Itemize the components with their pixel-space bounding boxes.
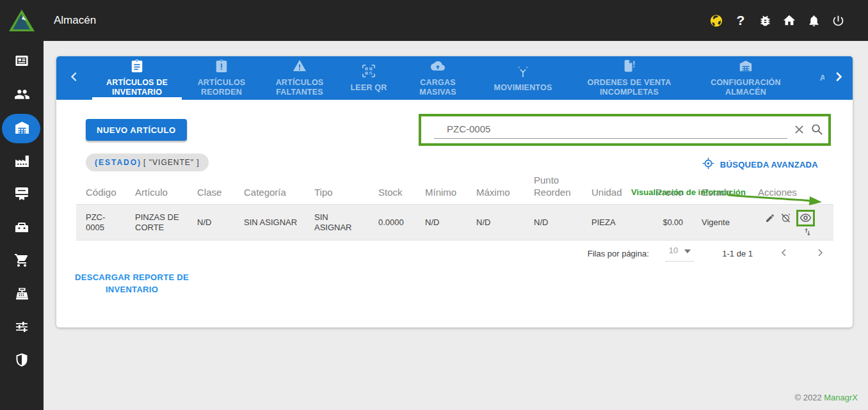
rows-per-page-label: Filas por página: (588, 249, 649, 258)
sidebar-item-services[interactable] (0, 212, 44, 245)
alarm-off-icon[interactable] (780, 212, 791, 223)
sidebar-item-sales[interactable] (0, 245, 44, 278)
app-logo-icon (8, 9, 35, 35)
search-input[interactable] (446, 123, 714, 135)
page-size-value: 10 (669, 246, 678, 255)
cell-estado: Vigente (692, 212, 748, 233)
clipboard-icon (130, 59, 144, 75)
tab-articulos-de-inventario[interactable]: ARTÍCULOS DE INVENTARIO (92, 56, 182, 100)
page-size-select[interactable]: 10 (666, 246, 694, 262)
top-app-bar: Almacén ? (0, 0, 868, 41)
home-icon[interactable] (782, 13, 796, 28)
chevron-left-icon (780, 248, 789, 259)
news-icon (14, 53, 29, 71)
chevron-right-icon (833, 72, 844, 84)
tab-leer-qr[interactable]: LEER QR (338, 56, 399, 100)
tab-label: ARTÍCULOS REORDEN (186, 78, 257, 97)
users-icon (14, 86, 30, 105)
sidebar-item-users[interactable] (0, 79, 44, 112)
factory-icon (14, 153, 30, 171)
swap-vert-icon[interactable] (781, 227, 833, 237)
cell-maximo: N/D (467, 212, 524, 233)
filter-chip-estado[interactable]: (ESTADO) [ "VIGENTE" ] (86, 154, 209, 171)
cell-codigo: PZC-0005 (76, 207, 125, 238)
chip-field-label: (ESTADO) (95, 158, 141, 167)
cell-minimo: N/D (415, 212, 467, 233)
tune-icon (14, 319, 29, 337)
cell-stock: 0.0000 (369, 212, 415, 233)
tab-movimientos[interactable]: MOVIMIENTOS (476, 56, 570, 100)
eye-annotation-box (796, 210, 815, 226)
chevron-right-icon (816, 248, 824, 259)
power-icon[interactable] (831, 13, 845, 28)
edit-icon[interactable] (765, 213, 775, 223)
register-icon (14, 286, 30, 304)
tab-label: ARTÍCULOS FALTANTES (265, 78, 334, 97)
inventory-table: Código Artículo Clase Categoría Tipo Sto… (76, 174, 833, 240)
cell-articulo: PINZAS DE CORTE (125, 207, 188, 238)
search-icon[interactable] (810, 123, 824, 139)
sidebar-item-pos[interactable] (0, 278, 44, 311)
tab-cargas-masivas[interactable]: CARGAS MASIVAS (399, 56, 476, 100)
tab-label: LEER QR (351, 83, 387, 93)
col-header-clase: Clase (188, 186, 234, 198)
download-inventory-report-link[interactable]: DESCARGAR REPORTE DE INVENTARIO (74, 271, 189, 296)
inventory-card: ARTÍCULOS DE INVENTARIO ARTÍCULOS REORDE… (56, 56, 853, 327)
warehouse-icon (14, 120, 30, 138)
tab-articulos-faltantes[interactable]: ARTÍCULOS FALTANTES (261, 56, 338, 100)
cell-clase: N/D (188, 212, 234, 233)
chevron-down-icon (684, 246, 691, 255)
col-header-articulo: Artículo (125, 186, 188, 198)
sidebar-item-certificates[interactable] (0, 178, 44, 212)
copyright-text: © 2022 (795, 393, 822, 402)
bug-icon[interactable] (758, 13, 772, 28)
page-title: Almacén (54, 0, 96, 41)
col-header-stock: Stock (369, 186, 415, 198)
advanced-search-link[interactable]: BÚSQUEDA AVANZADA (702, 157, 818, 171)
cell-tipo: SIN ASIGNAR (305, 207, 369, 238)
eye-icon[interactable] (800, 212, 812, 224)
toolbox-icon (14, 219, 29, 237)
cart-icon (14, 253, 29, 271)
bell-icon[interactable] (807, 13, 821, 28)
tab-configuracion-almacen[interactable]: CONFIGURACIÓN ALMACÉN (689, 56, 803, 100)
qr-scan-icon (362, 64, 376, 81)
tab-ordenes-venta-incompletas[interactable]: ORDENES DE VENTA INCOMPLETAS (570, 56, 689, 100)
document-alert-icon (622, 59, 636, 75)
search-field (421, 116, 828, 143)
cell-punto-reorden: N/D (524, 212, 582, 233)
col-header-maximo: Máximo (467, 186, 524, 198)
chevron-left-icon (69, 72, 79, 84)
col-header-categoria: Categoría (234, 186, 305, 198)
col-header-punto-reorden: Punto Reorden (524, 174, 582, 198)
globe-icon[interactable] (709, 13, 723, 28)
sidebar-item-factory[interactable] (0, 145, 44, 178)
sidebar-item-warehouse[interactable] (0, 112, 44, 145)
clear-icon[interactable] (793, 123, 805, 138)
cell-categoria: SIN ASIGNAR (234, 212, 305, 233)
col-header-codigo: Código (76, 186, 125, 198)
sidebar-item-news[interactable] (0, 45, 44, 79)
tabs-scroll-right-button[interactable] (824, 56, 853, 100)
previous-page-button[interactable] (780, 248, 789, 259)
tab-articulos-reorden[interactable]: ARTÍCULOS REORDEN (182, 56, 261, 100)
cell-unidad: PIEZA (582, 212, 641, 233)
topbar-icon-group: ? (709, 0, 845, 41)
tabs-scroll-left-button[interactable] (56, 56, 92, 100)
pagination-bar: Filas por página: 10 1-1 de 1 (588, 246, 824, 262)
next-page-button[interactable] (816, 248, 824, 259)
split-arrows-icon (516, 64, 530, 81)
tab-label: ORDENES DE VENTA INCOMPLETAS (574, 78, 685, 97)
search-annotation-box (419, 114, 831, 146)
brand-link[interactable]: ManagrX (824, 393, 858, 402)
help-icon[interactable]: ? (734, 13, 748, 28)
sidebar-item-settings[interactable] (0, 311, 44, 345)
cell-precio: $0.00 (641, 212, 692, 233)
module-tab-bar: ARTÍCULOS DE INVENTARIO ARTÍCULOS REORDE… (56, 56, 853, 100)
new-article-button[interactable]: NUEVO ARTÍCULO (86, 119, 187, 141)
clipboard-alert-icon (214, 59, 229, 75)
sidebar-item-security[interactable] (0, 345, 44, 378)
crosshair-icon (702, 157, 714, 171)
footer: © 2022 ManagrX (795, 393, 858, 402)
tab-label: ARTÍCULOS DE INVENTARIO (96, 78, 178, 97)
